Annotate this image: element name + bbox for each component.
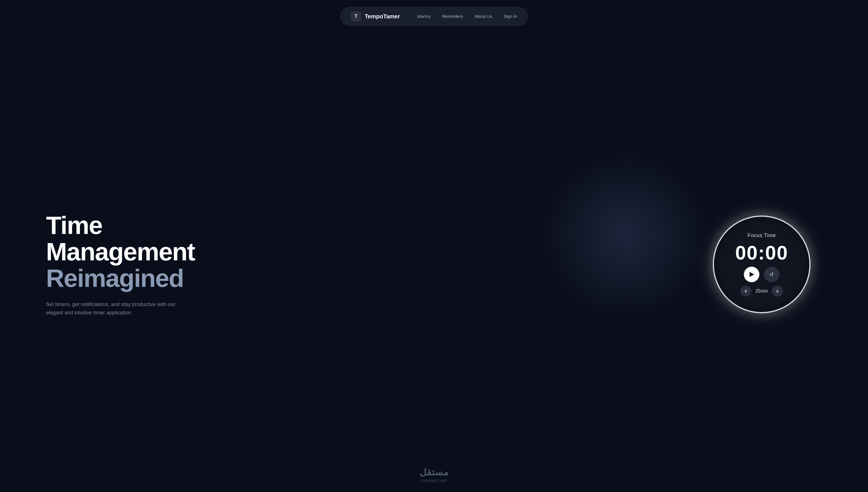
clock-time: 00:00	[735, 241, 788, 264]
nav-item-about[interactable]: About Us	[474, 14, 492, 19]
play-icon	[750, 272, 754, 277]
brand: T TempoTamer	[351, 11, 400, 22]
clock-widget: Focus Time 00:00 ↺ ∨ 25min ∧	[713, 216, 811, 313]
clock-outer-ring: Focus Time 00:00 ↺ ∨ 25min ∧	[713, 216, 811, 313]
clock-duration-row: ∨ 25min ∧	[740, 286, 783, 297]
chevron-up-icon: ∧	[776, 288, 779, 294]
brand-name: TempoTamer	[365, 13, 400, 20]
hero-title-line1: Time Management	[46, 211, 195, 266]
watermark-url: mostaql.com	[420, 478, 449, 483]
duration-label: 25min	[755, 289, 768, 294]
navbar: T TempoTamer Alarms Reminders About Us S…	[0, 0, 868, 33]
increment-duration-button[interactable]: ∧	[772, 286, 783, 297]
decrement-duration-button[interactable]: ∨	[740, 286, 751, 297]
nav-links: Alarms Reminders About Us Sign In	[417, 14, 517, 19]
hero-left: Time Management Reimagined Set timers, g…	[46, 212, 219, 317]
hero-title: Time Management Reimagined	[46, 212, 219, 292]
clock-inner: Focus Time 00:00 ↺ ∨ 25min ∧	[735, 232, 788, 297]
clock-label: Focus Time	[748, 232, 776, 239]
nav-link-reminders[interactable]: Reminders	[442, 14, 463, 19]
brand-icon: T	[351, 11, 361, 22]
clock-controls: ↺	[744, 267, 779, 282]
play-button[interactable]	[744, 267, 759, 282]
hero-section: Time Management Reimagined Set timers, g…	[0, 33, 868, 492]
chevron-down-icon: ∨	[744, 288, 748, 294]
hero-title-line2: Reimagined	[46, 264, 184, 292]
nav-link-about[interactable]: About Us	[474, 14, 492, 19]
watermark: مستقل mostaql.com	[420, 467, 449, 483]
navbar-inner: T TempoTamer Alarms Reminders About Us S…	[340, 7, 528, 26]
nav-item-reminders[interactable]: Reminders	[442, 14, 463, 19]
reset-button[interactable]: ↺	[764, 267, 779, 282]
nav-link-alarms[interactable]: Alarms	[417, 14, 431, 19]
nav-item-signin[interactable]: Sign In	[503, 14, 517, 19]
watermark-logo: مستقل	[420, 467, 449, 477]
nav-link-signin[interactable]: Sign In	[503, 14, 517, 19]
hero-subtitle: Set timers, get notifications, and stay …	[46, 300, 184, 317]
nav-item-alarms[interactable]: Alarms	[417, 14, 431, 19]
reset-icon: ↺	[769, 271, 774, 278]
